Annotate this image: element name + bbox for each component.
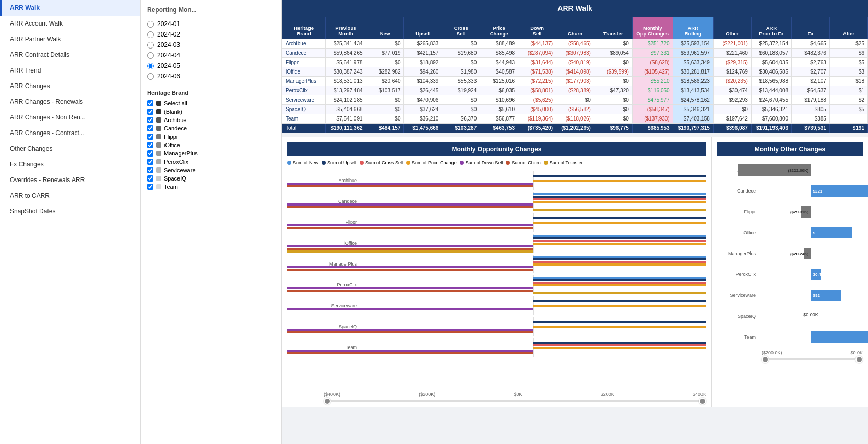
table-cell (829, 114, 867, 124)
table-cell: ($221,001) (713, 39, 751, 49)
sidebar-item-arr-trend[interactable]: ARR Trend (0, 63, 140, 78)
table-cell: $7,600,800 (751, 114, 791, 124)
other-bar-area: ($29.31K) (759, 206, 863, 218)
sidebar-item-arr-contract-details[interactable]: ARR Contract Details (0, 47, 140, 63)
checkbox-archibue[interactable]: Archibue (147, 116, 275, 124)
table-cell: $18,892 (404, 58, 442, 67)
table-cell: $0 (713, 105, 751, 114)
bar-segment (533, 201, 707, 203)
sidebar-item-overrides---renewals-arr[interactable]: Overrides - Renewals ARR (0, 172, 140, 188)
radio-2024-06[interactable]: 2024-06 (147, 71, 275, 81)
radio-2024-05[interactable]: 2024-05 (147, 61, 275, 71)
bar-segment (533, 243, 707, 245)
radio-label-2024-02: 2024-02 (157, 31, 180, 38)
axis-label: ($400K) (324, 392, 340, 397)
bar-area (360, 234, 706, 253)
table-cell: ($58,801) (518, 86, 556, 95)
bar-segment (287, 331, 533, 333)
sidebar-item-fx-changes[interactable]: Fx Changes (0, 157, 140, 172)
legend-label: Sum of Transfer (550, 160, 583, 165)
table-cell: ($40,819) (556, 58, 594, 67)
filter-color-dot (156, 167, 161, 173)
legend-label: Sum of Down Sell (466, 160, 503, 165)
table-cell: ($287,094) (518, 49, 556, 58)
table-cell: ($177,903) (556, 77, 594, 86)
opp-slider-left[interactable] (324, 400, 515, 402)
table-cell: $44,943 (480, 58, 518, 67)
checkbox-flippr[interactable]: Flippr (147, 133, 275, 141)
arr-walk-table: HeritageBrandPreviousMonthNewUpsellCross… (282, 17, 868, 133)
filter-label: Team (164, 184, 178, 190)
other-slider-right[interactable] (812, 358, 863, 360)
other-brand-label: ManagerPlus (717, 251, 759, 256)
table-cell: ($5,625) (518, 95, 556, 105)
table-cell: ($735,420) (518, 124, 556, 133)
sidebar-item-arr-walk[interactable]: ARR Walk (0, 0, 140, 16)
checkbox-managerplus[interactable]: ManagerPlus (147, 149, 275, 158)
table-cell: $5,346,321 (751, 105, 791, 114)
checkbox-candece[interactable]: Candece (147, 124, 275, 133)
table-cell: $26,445 (404, 86, 442, 95)
table-cell: $0 (594, 39, 632, 49)
checkbox-ioffice[interactable]: iOffice (147, 141, 275, 149)
bar-segment (533, 240, 707, 242)
table-cell: ($58,465) (556, 39, 594, 49)
checkbox-(blank)[interactable]: (Blank) (147, 107, 275, 116)
radio-2024-04[interactable]: 2024-04 (147, 50, 275, 61)
sidebar-item-arr-changes---non-ren[interactable]: ARR Changes - Non Ren... (0, 110, 140, 125)
radio-2024-03[interactable]: 2024-03 (147, 40, 275, 50)
sidebar-item-arr-changes---contract[interactable]: ARR Changes - Contract... (0, 125, 140, 141)
sidebar-item-other-changes[interactable]: Other Changes (0, 141, 140, 157)
radio-2024-01[interactable]: 2024-01 (147, 19, 275, 29)
table-cell: ($72,215) (518, 77, 556, 86)
bar-segment (533, 277, 707, 279)
filter-color-dot (156, 176, 161, 181)
table-cell: ($8,628) (632, 58, 673, 67)
checkbox-team[interactable]: Team (147, 183, 275, 191)
table-cell: $24,670,455 (751, 95, 791, 105)
bar-segment (533, 237, 707, 239)
radio-options: 2024-012024-022024-032024-042024-052024-… (147, 19, 275, 81)
legend-item: Sum of Down Sell (460, 160, 503, 165)
table-cell: $0 (442, 39, 480, 49)
checkbox-peroxclix[interactable]: PeroxClix (147, 158, 275, 166)
col-header-12: ARRPrior to Fx (751, 17, 791, 39)
sidebar-item-arr-partner-walk[interactable]: ARR Partner Walk (0, 31, 140, 47)
filter-color-dot (156, 109, 161, 114)
other-slider[interactable] (762, 358, 812, 360)
sidebar-item-snapshot-dates[interactable]: SnapShot Dates (0, 203, 140, 219)
bar-segment (287, 350, 533, 352)
bar-segment (287, 269, 533, 271)
checkbox-spaceiq[interactable]: SpaceIQ (147, 174, 275, 183)
opp-slider-right[interactable] (515, 400, 707, 402)
sidebar-item-arr-account-walk[interactable]: ARR Account Walk (0, 16, 140, 31)
col-header-2: New (366, 17, 404, 39)
table-cell: $0 (366, 39, 404, 49)
other-chart-row: Candece$221 (717, 181, 863, 201)
bar-area (360, 171, 706, 190)
sidebar-item-arr-to-carr[interactable]: ARR to CARR (0, 188, 140, 203)
bar-segment (533, 175, 707, 177)
sidebar-item-arr-changes---renewals[interactable]: ARR Changes - Renewals (0, 94, 140, 110)
sidebar-item-arr-changes[interactable]: ARR Changes (0, 78, 140, 94)
filter-color-dot (156, 126, 161, 131)
table-cell: $0 (594, 77, 632, 86)
radio-2024-02[interactable]: 2024-02 (147, 29, 275, 40)
filter-label: Flippr (164, 134, 179, 140)
axis-label: $0K (514, 392, 522, 397)
table-cell: $0 (366, 58, 404, 67)
table-cell: $125,016 (480, 77, 518, 86)
filter-color-dot (156, 101, 161, 106)
checkbox-serviceware[interactable]: Serviceware (147, 166, 275, 174)
checkbox-select-all[interactable]: Select all (147, 99, 275, 107)
bar-area (360, 213, 706, 232)
table-cell: $282,982 (366, 67, 404, 77)
table-cell: $7,541,091 (326, 114, 366, 124)
table-cell: $482,376 (792, 49, 830, 58)
table-cell: $2,107 (792, 77, 830, 86)
table-cell: $56,877 (480, 114, 518, 124)
other-bar: $ (811, 227, 852, 238)
other-chart-row: Team (717, 327, 863, 347)
filter-color-dot (156, 159, 161, 164)
table-cell: Flippr (282, 58, 326, 67)
